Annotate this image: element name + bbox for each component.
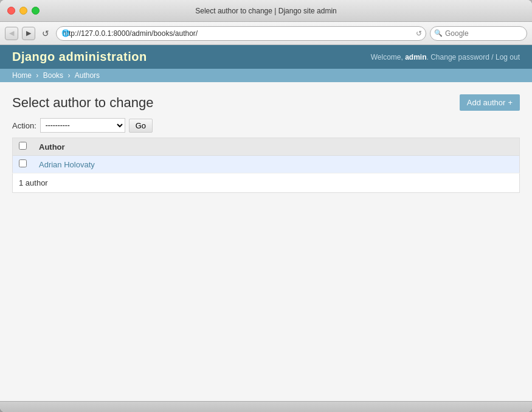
- maximize-button[interactable]: [32, 7, 40, 15]
- col-checkbox-header: [13, 138, 33, 156]
- row-checkbox[interactable]: [19, 159, 27, 167]
- breadcrumb-current: Authors: [75, 71, 100, 80]
- forward-button[interactable]: ▶: [22, 27, 35, 40]
- browser-toolbar: ◀ ▶ ↺ 🌐 http://127.0.0.1:8000/admin/book…: [0, 22, 532, 45]
- minimize-button[interactable]: [19, 7, 27, 15]
- go-button[interactable]: Go: [129, 119, 153, 133]
- breadcrumb-separator-1: ›: [36, 71, 40, 80]
- admin-site-title: Django administration: [12, 50, 147, 64]
- row-author-cell: Adrian Holovaty: [33, 156, 520, 173]
- select-all-checkbox[interactable]: [19, 142, 27, 150]
- breadcrumb-books[interactable]: Books: [43, 71, 63, 80]
- bottom-scrollbar[interactable]: [0, 401, 532, 412]
- row-checkbox-cell: [13, 156, 33, 173]
- page-heading: Select author to change: [12, 95, 153, 111]
- logout-link[interactable]: Log out: [496, 53, 520, 61]
- admin-header: Django administration Welcome, admin. Ch…: [0, 45, 532, 69]
- add-icon: +: [508, 98, 513, 107]
- page-heading-row: Select author to change Add author +: [12, 94, 520, 111]
- breadcrumb-home[interactable]: Home: [12, 71, 32, 80]
- results-table: Author Adrian Holovaty: [12, 138, 520, 173]
- page-title-text: Select author to change | Django site ad…: [195, 7, 337, 15]
- window-title: Select author to change | Django site ad…: [195, 7, 337, 15]
- action-bar: Action: ---------- Go: [12, 118, 520, 133]
- action-label: Action:: [12, 121, 36, 130]
- add-author-label: Add author: [467, 98, 506, 107]
- traffic-lights: [7, 7, 40, 15]
- browser-window: Select author to change | Django site ad…: [0, 0, 532, 412]
- result-count: 1 author: [12, 173, 520, 193]
- back-button[interactable]: ◀: [5, 27, 18, 40]
- search-icon: 🔍: [434, 29, 443, 37]
- add-author-button[interactable]: Add author +: [460, 94, 520, 111]
- search-wrapper: 🔍: [430, 26, 527, 41]
- close-button[interactable]: [7, 7, 15, 15]
- address-bar[interactable]: 🌐 http://127.0.0.1:8000/admin/books/auth…: [56, 26, 426, 41]
- title-bar: Select author to change | Django site ad…: [0, 0, 532, 22]
- col-author-header: Author: [33, 138, 520, 156]
- author-link[interactable]: Adrian Holovaty: [39, 160, 95, 169]
- change-password-link[interactable]: Change password: [430, 53, 489, 61]
- admin-user-info: Welcome, admin. Change password / Log ou…: [371, 53, 520, 61]
- url-text: http://127.0.0.1:8000/admin/books/author…: [63, 29, 198, 38]
- separator: /: [491, 53, 493, 61]
- address-reload-icon[interactable]: ↺: [416, 29, 422, 38]
- main-content: Select author to change Add author + Act…: [0, 82, 532, 401]
- breadcrumb: Home › Books › Authors: [0, 69, 532, 82]
- search-input[interactable]: [430, 26, 527, 41]
- table-header-row: Author: [13, 138, 520, 156]
- welcome-text: Welcome,: [371, 53, 403, 61]
- action-select[interactable]: ----------: [40, 118, 125, 133]
- admin-username: admin: [405, 53, 426, 61]
- breadcrumb-separator-2: ›: [67, 71, 72, 80]
- page-content: Django administration Welcome, admin. Ch…: [0, 45, 532, 401]
- table-row: Adrian Holovaty: [13, 156, 520, 173]
- reload-button[interactable]: ↺: [39, 27, 52, 40]
- lock-icon: 🌐: [61, 29, 70, 37]
